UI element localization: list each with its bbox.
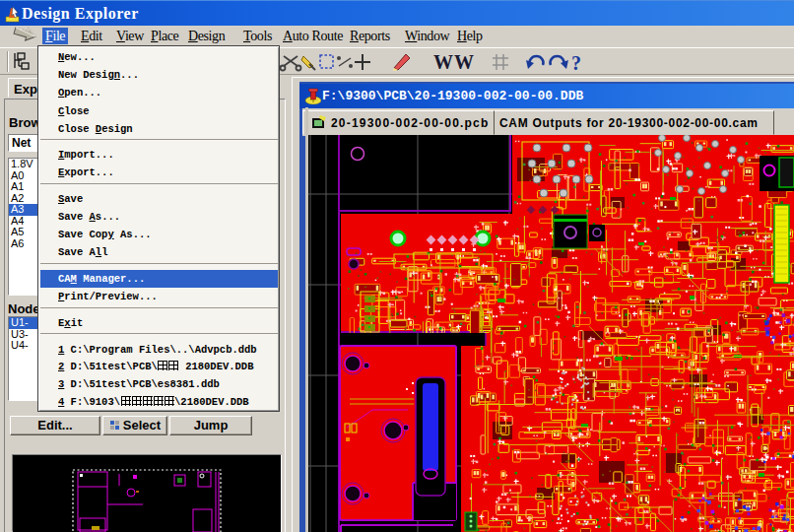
svg-text:?: ? — [571, 52, 581, 74]
svg-text:W: W — [454, 51, 474, 73]
svg-text:W: W — [433, 51, 453, 73]
